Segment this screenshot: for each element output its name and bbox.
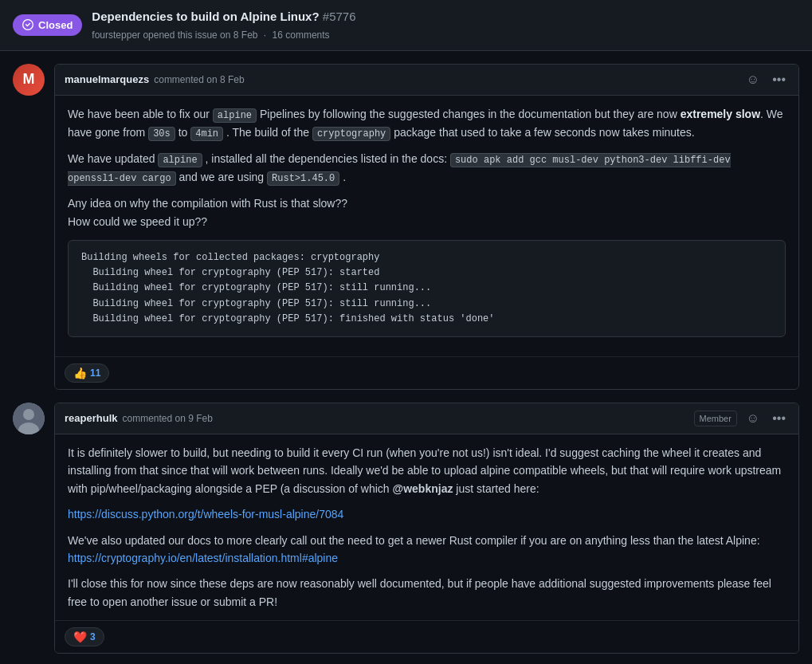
avatar-manuelmarquezs: M xyxy=(13,64,45,96)
issue-meta-author: fourstepper xyxy=(92,29,140,41)
comment-header-left-2: reaperhulk commented on 9 Feb xyxy=(65,411,213,426)
more-button-2[interactable]: ••• xyxy=(769,410,789,427)
comment-reaperhulk: reaperhulk commented on 9 Feb Member ☺ •… xyxy=(13,403,799,654)
comment-header-1: manuelmarquezs commented on 8 Feb ☺ ••• xyxy=(55,65,798,96)
issue-title: Dependencies to build on Alpine Linux? #… xyxy=(92,10,355,23)
comment-para-1-3: Any idea on why the compilation with Rus… xyxy=(68,194,786,230)
closed-label: Closed xyxy=(38,18,73,33)
comment-body-1: We have been able to fix our alpine Pipe… xyxy=(55,96,798,356)
comment-date-1: commented on 8 Feb xyxy=(154,73,244,87)
comment-header-right-2: Member ☺ ••• xyxy=(694,410,790,427)
issue-number: #5776 xyxy=(323,10,356,23)
comment-para-2-link1: https://discuss.python.org/t/wheels-for-… xyxy=(68,505,786,523)
svg-point-1 xyxy=(23,409,34,420)
comment-date-2: commented on 9 Feb xyxy=(122,411,212,426)
reaction-thumbsup[interactable]: 👍 11 xyxy=(65,363,109,383)
avatar-reaperhulk xyxy=(13,403,45,434)
inline-code-cryptography1: cryptography xyxy=(312,127,390,141)
comment-header-left-1: manuelmarquezs commented on 8 Feb xyxy=(65,72,245,88)
code-line-1: Building wheels for collected packages: … xyxy=(81,250,772,265)
comment-header-2: reaperhulk commented on 9 Feb Member ☺ •… xyxy=(55,403,798,434)
inline-code-30s: 30s xyxy=(148,127,175,141)
inline-code-alpine2: alpine xyxy=(158,153,202,167)
issue-title-line: Dependencies to build on Alpine Linux? #… xyxy=(92,8,355,26)
issue-meta-date: 8 Feb xyxy=(233,29,258,41)
avatar-initial: M xyxy=(23,69,35,90)
link-discuss-python[interactable]: https://discuss.python.org/t/wheels-for-… xyxy=(68,508,343,521)
inline-code-4min: 4min xyxy=(190,127,223,141)
inline-code-rust-version: Rust>1.45.0 xyxy=(267,171,339,186)
emphasis-slow: extremely slow xyxy=(681,108,760,120)
heart-count: 3 xyxy=(90,631,96,642)
code-line-4: Building wheel for cryptography (PEP 517… xyxy=(81,297,772,312)
issue-title-text: Dependencies to build on Alpine Linux? xyxy=(92,10,319,23)
member-badge: Member xyxy=(694,411,737,427)
comment-para-1-1: We have been able to fix our alpine Pipe… xyxy=(68,105,786,142)
inline-code-alpine1: alpine xyxy=(213,108,257,123)
comment-para-2-1: It is definitely slower to build, but ne… xyxy=(68,444,786,497)
page-wrapper: Closed Dependencies to build on Alpine L… xyxy=(0,0,812,664)
code-line-2: Building wheel for cryptography (PEP 517… xyxy=(81,265,772,281)
heart-emoji: ❤️ xyxy=(73,631,87,643)
issue-meta: fourstepper opened this issue on 8 Feb ·… xyxy=(92,28,355,42)
comment-container-2: reaperhulk commented on 9 Feb Member ☺ •… xyxy=(54,403,799,654)
comment-para-1-2: We have updated alpine , installed all t… xyxy=(68,150,786,187)
comments-list: M manuelmarquezs commented on 8 Feb ☺ ••… xyxy=(0,64,812,654)
emoji-button-1[interactable]: ☺ xyxy=(743,71,763,88)
comment-para-2-3: We've also updated our docs to more clea… xyxy=(68,532,786,568)
reaction-heart[interactable]: ❤️ 3 xyxy=(65,627,104,646)
thumbsup-count: 11 xyxy=(90,367,100,379)
link-cryptography-docs[interactable]: https://cryptography.io/en/latest/instal… xyxy=(68,552,338,564)
code-line-3: Building wheel for cryptography (PEP 517… xyxy=(81,281,772,296)
issue-title-area: Dependencies to build on Alpine Linux? #… xyxy=(92,8,355,42)
code-block-1: Building wheels for collected packages: … xyxy=(68,240,786,337)
more-button-1[interactable]: ••• xyxy=(769,71,789,88)
comment-container-1: manuelmarquezs commented on 8 Feb ☺ ••• … xyxy=(54,64,799,390)
comment-body-2: It is definitely slower to build, but ne… xyxy=(55,434,798,620)
code-line-5: Building wheel for cryptography (PEP 517… xyxy=(81,312,772,327)
avatar-reaperhulk-img xyxy=(13,403,45,434)
meta-dot: · xyxy=(264,29,269,41)
top-bar: Closed Dependencies to build on Alpine L… xyxy=(0,0,812,51)
comment-author-2: reaperhulk xyxy=(65,411,117,426)
reaction-bar-1: 👍 11 xyxy=(55,356,798,389)
comment-author-1: manuelmarquezs xyxy=(65,72,149,88)
reaction-bar-2: ❤️ 3 xyxy=(55,620,798,653)
emoji-button-2[interactable]: ☺ xyxy=(743,410,763,427)
mention-webknjaz: @webknjaz xyxy=(393,482,453,495)
closed-badge: Closed xyxy=(13,14,82,37)
comment-header-right-1: ☺ ••• xyxy=(743,71,789,88)
comment-para-2-4: I'll close this for now since these deps… xyxy=(68,575,786,611)
issue-meta-comments: 16 comments xyxy=(273,29,330,41)
avatar-svg xyxy=(13,403,45,434)
closed-icon xyxy=(22,19,33,30)
thumbsup-emoji: 👍 xyxy=(73,367,87,379)
issue-meta-action: opened this issue on xyxy=(143,29,230,41)
comment-manuelmarquezs: M manuelmarquezs commented on 8 Feb ☺ ••… xyxy=(13,64,799,390)
